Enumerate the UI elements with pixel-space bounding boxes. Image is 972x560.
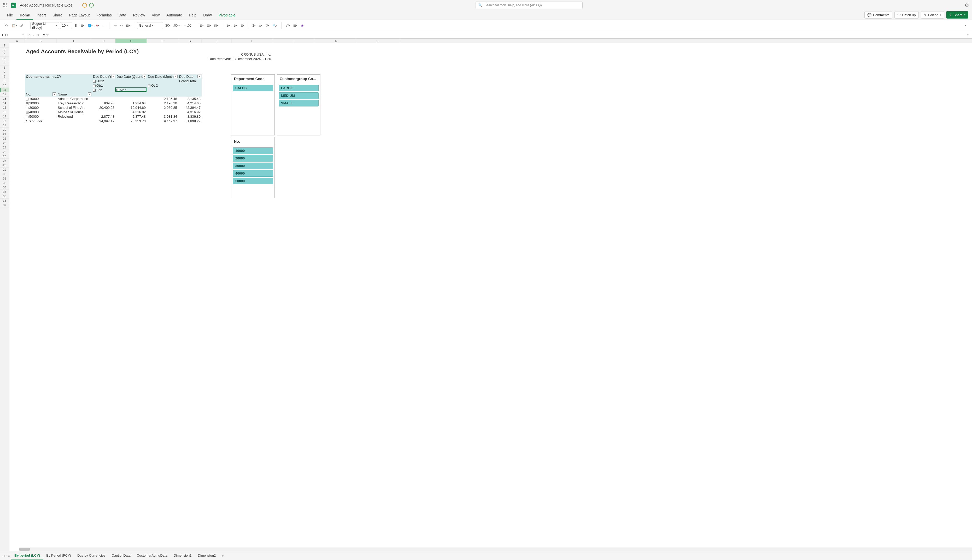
comments-button[interactable]: 💬 Comments bbox=[864, 11, 892, 18]
tab-review[interactable]: Review bbox=[130, 11, 148, 20]
align-button[interactable]: ≡▾ bbox=[113, 22, 118, 29]
qtr1[interactable]: −Qtr1 bbox=[92, 83, 115, 88]
font-color-button[interactable]: A▾ bbox=[95, 22, 100, 29]
tab-insert[interactable]: Insert bbox=[33, 11, 49, 20]
row-no-20000[interactable]: −20000 bbox=[25, 101, 57, 105]
tab-page-layout[interactable]: Page Layout bbox=[66, 11, 93, 20]
catchup-button[interactable]: 〰 Catch up bbox=[894, 11, 919, 18]
clear-button[interactable]: ◇▾ bbox=[258, 22, 264, 29]
copilot-button[interactable]: ◉ bbox=[299, 22, 305, 29]
col-header-B[interactable]: B bbox=[25, 38, 57, 43]
col-header-J[interactable]: J bbox=[272, 38, 315, 43]
tab-data[interactable]: Data bbox=[115, 11, 130, 20]
sheet-tab[interactable]: Dimension1 bbox=[170, 552, 195, 560]
row-header-26[interactable]: 26 bbox=[0, 154, 9, 159]
row-header-8[interactable]: 8 bbox=[0, 74, 9, 79]
decrease-decimal-button[interactable]: .00→ bbox=[172, 22, 182, 29]
row-header-37[interactable]: 37 bbox=[0, 203, 9, 207]
formula-input[interactable]: Mar bbox=[41, 33, 965, 37]
slicer-no-item[interactable]: 30000 bbox=[233, 163, 273, 169]
row-header-22[interactable]: 22 bbox=[0, 137, 9, 141]
tab-view[interactable]: View bbox=[148, 11, 163, 20]
tab-home[interactable]: Home bbox=[17, 11, 33, 20]
row-header-27[interactable]: 27 bbox=[0, 159, 9, 163]
col-header-A[interactable]: A bbox=[9, 38, 25, 43]
spreadsheet-grid[interactable]: ABCDEFGHIJKL 123456789101112131415161718… bbox=[0, 38, 972, 551]
slicer-no-item[interactable]: 10000 bbox=[233, 147, 273, 154]
autosave-icon[interactable] bbox=[82, 3, 87, 8]
row-header-23[interactable]: 23 bbox=[0, 141, 9, 145]
find-button[interactable]: 🔍▾ bbox=[271, 22, 279, 29]
due-date-filter[interactable]: ▾ bbox=[197, 75, 201, 78]
feb-cell[interactable]: +Feb bbox=[92, 88, 115, 92]
year-2022[interactable]: −2022 bbox=[92, 79, 115, 83]
row-no-10000[interactable]: −10000 bbox=[25, 97, 57, 101]
mar-cell[interactable]: +Mar bbox=[115, 88, 147, 92]
row-no-40000[interactable]: −40000 bbox=[25, 110, 57, 114]
col-header-D[interactable]: D bbox=[92, 38, 115, 43]
delete-cells-button[interactable]: ⊖▾ bbox=[232, 22, 239, 29]
row-header-35[interactable]: 35 bbox=[0, 194, 9, 198]
sheet-tab[interactable]: Dimension2 bbox=[195, 552, 219, 560]
row-header-34[interactable]: 34 bbox=[0, 190, 9, 194]
no-filter[interactable]: ▾ bbox=[52, 92, 56, 96]
col-header-H[interactable]: H bbox=[202, 38, 232, 43]
slicer-cgroup-item[interactable]: MEDIUM bbox=[279, 92, 319, 99]
row-header-36[interactable]: 36 bbox=[0, 198, 9, 203]
name-box[interactable]: E11 bbox=[0, 31, 26, 38]
add-sheet-button[interactable]: + bbox=[219, 552, 226, 560]
sheet-list-icon[interactable]: ≡ bbox=[8, 554, 10, 558]
slicer-no-item[interactable]: 20000 bbox=[233, 155, 273, 162]
name-filter[interactable]: ▾ bbox=[88, 92, 92, 96]
cell-styles-button[interactable]: ▥▾ bbox=[213, 22, 219, 29]
paste-button[interactable]: 📋▾ bbox=[11, 22, 18, 29]
row-no-30000[interactable]: −30000 bbox=[25, 105, 57, 110]
row-header-2[interactable]: 2 bbox=[0, 48, 9, 52]
sort-filter-button[interactable]: ▽▾ bbox=[264, 22, 270, 29]
share-button[interactable]: ⇪ Share ▾ bbox=[946, 11, 968, 18]
row-header-17[interactable]: 17 bbox=[0, 114, 9, 119]
slicer-cgroup-item[interactable]: LARGE bbox=[279, 85, 319, 91]
row-header-30[interactable]: 30 bbox=[0, 172, 9, 177]
row-header-7[interactable]: 7 bbox=[0, 70, 9, 74]
conditional-format-button[interactable]: ▦▾ bbox=[199, 22, 205, 29]
tab-draw[interactable]: Draw bbox=[200, 11, 215, 20]
select-all-corner[interactable] bbox=[0, 38, 9, 43]
sheet-nav-prev-icon[interactable]: ‹ bbox=[4, 554, 5, 558]
document-title[interactable]: Aged Accounts Receivable Excel bbox=[20, 3, 73, 7]
slicer-cgroup-item[interactable]: SMALL bbox=[279, 100, 319, 107]
row-no-50000[interactable]: −50000 bbox=[25, 114, 57, 119]
row-header-1[interactable]: 1 bbox=[0, 43, 9, 48]
undo-button[interactable]: ↶▾ bbox=[4, 22, 10, 29]
row-header-13[interactable]: 13 bbox=[0, 97, 9, 101]
col-header-G[interactable]: G bbox=[178, 38, 202, 43]
quarter-filter[interactable]: ▾ bbox=[143, 75, 146, 78]
col-header-K[interactable]: K bbox=[315, 38, 357, 43]
sheet-nav-next-icon[interactable]: › bbox=[6, 554, 7, 558]
tab-file[interactable]: File bbox=[4, 11, 17, 20]
font-name-select[interactable]: Segoe UI (Body)▾ bbox=[30, 22, 59, 29]
sheet-tab[interactable]: CustomerAgingData bbox=[134, 552, 170, 560]
row-header-5[interactable]: 5 bbox=[0, 61, 9, 65]
formula-expand-button[interactable]: ▾ bbox=[965, 32, 970, 38]
format-table-button[interactable]: ▤▾ bbox=[206, 22, 212, 29]
more-font-button[interactable]: ⋯ bbox=[101, 22, 107, 29]
row-header-15[interactable]: 15 bbox=[0, 105, 9, 110]
addins-button[interactable]: ▦▾ bbox=[292, 22, 299, 29]
tab-automate[interactable]: Automate bbox=[163, 11, 185, 20]
slicer-no-item[interactable]: 50000 bbox=[233, 178, 273, 184]
tab-formulas[interactable]: Formulas bbox=[93, 11, 115, 20]
merge-button[interactable]: ⊟▾ bbox=[125, 22, 131, 29]
row-header-28[interactable]: 28 bbox=[0, 163, 9, 168]
fx-icon[interactable]: fx bbox=[37, 33, 39, 37]
sheet-tab[interactable]: By Period (FCY) bbox=[43, 552, 74, 560]
tab-help[interactable]: Help bbox=[185, 11, 200, 20]
format-painter-button[interactable]: 🖌 bbox=[19, 22, 24, 29]
sync-icon[interactable] bbox=[89, 3, 94, 8]
row-header-24[interactable]: 24 bbox=[0, 145, 9, 150]
sensitivity-button[interactable]: 🏷▾ bbox=[285, 22, 291, 29]
apps-menu-icon[interactable] bbox=[3, 3, 7, 7]
slicer-no-item[interactable]: 40000 bbox=[233, 170, 273, 177]
row-header-20[interactable]: 20 bbox=[0, 128, 9, 132]
row-header-4[interactable]: 4 bbox=[0, 57, 9, 61]
